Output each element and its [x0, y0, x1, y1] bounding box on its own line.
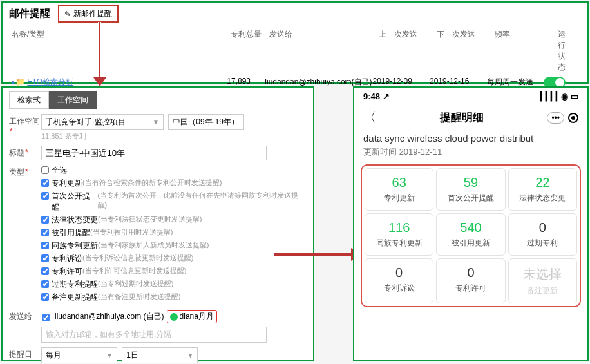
col-total: 专利总量: [231, 29, 269, 73]
stat-label: 首次公开提醒: [438, 193, 503, 204]
stat-number: 540: [438, 220, 503, 235]
stat-cell[interactable]: 0专利许可: [436, 258, 505, 303]
checkbox-type[interactable]: [41, 216, 49, 224]
stat-number: 未选择: [510, 265, 575, 283]
chevron-down-icon: ▼: [153, 119, 159, 126]
status-time: 9:48 ↗: [363, 91, 390, 101]
stat-number: 0: [510, 220, 575, 235]
country-select-value: 中国（09年-19年）: [173, 117, 239, 128]
stat-cell[interactable]: 未选择备注更新: [508, 258, 577, 303]
type-main: 首次公开提醒: [52, 191, 98, 213]
target-button[interactable]: [568, 113, 578, 123]
col-name: 名称/类型: [12, 29, 231, 73]
folder-icon: ▸📁: [12, 77, 25, 86]
stat-label: 备注更新: [510, 285, 575, 296]
stat-label: 专利更新: [366, 193, 432, 204]
col-status: 运行状态: [553, 29, 578, 73]
stat-label: 过期专利: [510, 238, 575, 249]
type-main: 专利更新: [52, 178, 82, 189]
stat-number: 63: [366, 175, 432, 190]
arrow-right-annotation: [274, 250, 364, 259]
wechat-name: diana丹丹: [180, 311, 214, 322]
type-main: 法律状态变更: [52, 215, 98, 225]
stat-cell[interactable]: 540被引用更新: [436, 213, 505, 256]
stat-label: 专利诉讼: [366, 283, 432, 294]
label-remind-day: 提醒日: [9, 347, 41, 360]
wechat-icon: [170, 313, 178, 321]
checkbox-type[interactable]: [41, 293, 49, 301]
checkbox-type[interactable]: [41, 179, 49, 187]
col-sendto: 发送给: [269, 29, 379, 73]
stat-cell[interactable]: 116同族专利更新: [365, 213, 433, 256]
status-icons: ┃┃┃┃ ◉ ▭: [538, 91, 578, 101]
label-type: 类型: [9, 165, 41, 178]
page-title: 邮件提醒: [9, 7, 50, 21]
wifi-icon: ◉: [561, 91, 571, 101]
workspace-select-value: 手机竞争对手-监控项目: [46, 117, 126, 128]
type-hint: (当专利诉讼信息被更新时发送提醒): [82, 253, 193, 263]
checkbox-self-email[interactable]: [42, 314, 50, 321]
alert-name-link[interactable]: FTO检索分析: [27, 77, 73, 86]
type-main: 专利许可: [52, 266, 82, 277]
detail-subject: data sync wireless cloud power distribut: [354, 133, 587, 144]
country-select[interactable]: 中国（09年-19年）: [168, 114, 244, 130]
remind-day-select[interactable]: 1日 ▼: [122, 347, 198, 363]
back-button[interactable]: 〈: [363, 109, 376, 126]
checkbox-type[interactable]: [41, 242, 49, 249]
type-main: 过期专利提醒: [52, 279, 98, 290]
stat-label: 法律状态变更: [510, 193, 575, 204]
col-last: 上一次发送: [379, 29, 437, 73]
recipient-input[interactable]: 输入对方邮箱，如有多个地址用,分隔: [41, 327, 267, 343]
chevron-down-icon: ▼: [106, 352, 113, 359]
type-hint: (当专利为首次公开，此前没有任何在先申请等同族专利时发送提醒): [98, 191, 307, 210]
mobile-detail-panel: 9:48 ↗ ┃┃┃┃ ◉ ▭ 〈 提醒明细 ••• data sync wir…: [353, 86, 589, 361]
workspace-count: 11,851 条专利: [41, 131, 307, 141]
checkbox-type[interactable]: [41, 280, 49, 288]
wechat-contact-chip[interactable]: diana丹丹: [167, 310, 217, 323]
stat-label: 专利许可: [438, 283, 503, 294]
type-hint: (当专利许可信息更新时发送提醒): [82, 266, 186, 276]
type-hint: (当有备注更新时发送提醒): [98, 292, 180, 302]
tab-workspace[interactable]: 工作空间: [49, 91, 97, 109]
detail-grid: 63专利更新59首次公开提醒22法律状态变更116同族专利更新540被引用更新0…: [361, 164, 581, 307]
stat-cell[interactable]: 0专利诉讼: [365, 258, 433, 303]
stat-cell[interactable]: 0过期专利: [508, 213, 577, 256]
title-input[interactable]: [41, 146, 267, 160]
remind-freq-value: 每月: [46, 350, 61, 361]
checkbox-select-all[interactable]: [41, 166, 49, 174]
select-all-label: 全选: [52, 165, 67, 176]
stat-number: 0: [438, 265, 503, 280]
checkbox-type[interactable]: [41, 267, 49, 275]
alert-form-panel: 检索式 工作空间 工作空间 手机竞争对手-监控项目 ▼ 中国（09年-19年） …: [1, 86, 314, 361]
label-title: 标题: [9, 146, 41, 158]
email-alert-panel: 邮件提醒 ✎ 新邮件提醒 名称/类型 专利总量 发送给 上一次发送 下一次发送 …: [1, 1, 589, 84]
checkbox-type[interactable]: [41, 254, 49, 262]
col-next: 下一次发送: [437, 29, 495, 73]
stat-label: 被引用更新: [438, 238, 503, 249]
row-total: 17,893: [227, 77, 265, 86]
checkbox-type[interactable]: [41, 192, 49, 200]
type-main: 同族专利更新: [52, 240, 98, 251]
remind-freq-select[interactable]: 每月 ▼: [41, 347, 117, 363]
type-hint: (当有符合检索条件的新专利公开时发送提醒): [82, 178, 222, 187]
label-workspace: 工作空间: [9, 114, 41, 136]
stat-cell[interactable]: 22法律状态变更: [508, 168, 577, 211]
detail-update-time: 更新时间 2019-12-11: [354, 144, 587, 163]
stat-cell[interactable]: 59首次公开提醒: [436, 168, 505, 211]
workspace-select[interactable]: 手机竞争对手-监控项目 ▼: [41, 114, 164, 130]
more-button[interactable]: •••: [547, 112, 564, 124]
tab-search-expr[interactable]: 检索式: [9, 91, 49, 109]
compose-icon: ✎: [64, 10, 71, 19]
new-email-alert-button[interactable]: ✎ 新邮件提醒: [58, 5, 119, 23]
stat-label: 同族专利更新: [366, 238, 432, 249]
arrow-down-annotation: [97, 22, 103, 86]
detail-title: 提醒明细: [440, 110, 484, 125]
stat-number: 116: [366, 220, 432, 235]
type-main: 备注更新提醒: [52, 292, 98, 303]
type-hint: (当专利过期时发送提醒): [98, 279, 173, 289]
checkbox-type[interactable]: [41, 229, 49, 236]
stat-cell[interactable]: 63专利更新: [365, 168, 433, 211]
new-email-label: 新邮件提醒: [73, 8, 112, 19]
type-hint: (当专利家族加入新成员时发送提醒): [98, 240, 209, 250]
stat-number: 22: [510, 175, 575, 190]
